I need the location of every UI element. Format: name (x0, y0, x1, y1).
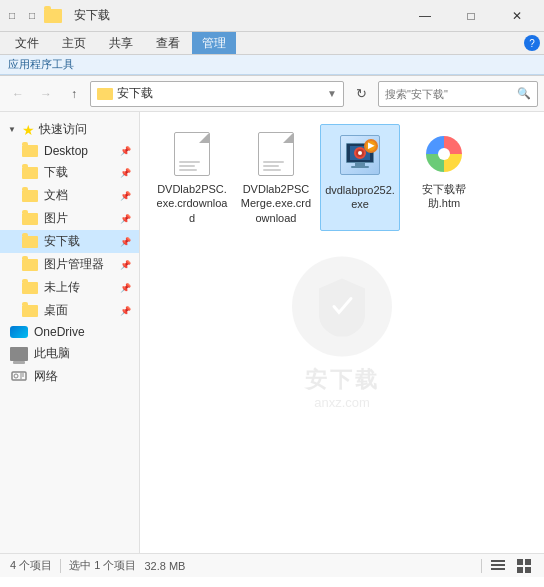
desktop-folder-icon (22, 145, 38, 157)
watermark: 安下载 anxz.com (292, 256, 392, 409)
sidebar-item-anxiazai[interactable]: 安下载 📌 (0, 230, 139, 253)
sidebar-anxiazai-label: 安下载 (44, 233, 114, 250)
tab-view[interactable]: 查看 (145, 32, 191, 54)
file-item-4[interactable]: 安下载帮助.htm (404, 124, 484, 231)
pictures-folder-icon (22, 213, 38, 225)
svg-point-1 (14, 374, 18, 378)
file-label-3: dvdlabpro252.exe (325, 183, 395, 212)
sidebar-item-picmanager[interactable]: 图片管理器 📌 (0, 253, 139, 276)
exe-icon-3: ▶ (338, 133, 382, 177)
picmanager-folder-icon (22, 259, 38, 271)
window-icon-2: □ (24, 8, 40, 24)
watermark-subtext: anxz.com (292, 394, 392, 409)
search-input[interactable] (385, 88, 513, 100)
file-label-1: DVDlab2PSC.exe.crdownload (156, 182, 228, 225)
status-bar-right (481, 556, 534, 576)
documents-folder-icon (22, 190, 38, 202)
title-bar: □ □ 安下载 — □ ✕ (0, 0, 544, 32)
file-item-3[interactable]: ▶ dvdlabpro252.exe (320, 124, 400, 231)
tab-manage[interactable]: 管理 (192, 32, 236, 54)
svg-rect-11 (525, 567, 531, 573)
pin-icon-desktop2: 📌 (120, 306, 131, 316)
status-size: 32.8 MB (144, 560, 185, 572)
close-button[interactable]: ✕ (494, 0, 540, 32)
search-bar[interactable]: 🔍 (378, 81, 538, 107)
uploads-folder-icon (22, 282, 38, 294)
doc-icon-2 (258, 132, 294, 176)
tab-file[interactable]: 文件 (4, 32, 50, 54)
files-grid: DVDlab2PSC.exe.crdownload DVDlab2PSCMerg… (152, 124, 532, 231)
quick-access-label: 快速访问 (39, 121, 87, 138)
status-bar: 4 个项目 选中 1 个项目 32.8 MB (0, 553, 544, 577)
file-icon-3: ▶ (336, 131, 384, 179)
back-button[interactable]: ← (6, 82, 30, 106)
file-item-1[interactable]: DVDlab2PSC.exe.crdownload (152, 124, 232, 231)
sidebar-quick-access-header[interactable]: ▼ ★ 快速访问 (0, 118, 139, 141)
status-selected: 选中 1 个项目 (69, 558, 136, 573)
sidebar-onedrive-label: OneDrive (34, 325, 131, 339)
sidebar-item-downloads[interactable]: 下载 📌 (0, 161, 139, 184)
address-dropdown-icon[interactable]: ▼ (327, 88, 337, 99)
sidebar-item-onedrive[interactable]: OneDrive (0, 322, 139, 342)
ribbon: 文件 主页 共享 查看 管理 ? 应用程序工具 (0, 32, 544, 76)
tab-share[interactable]: 共享 (98, 32, 144, 54)
file-label-4: 安下载帮助.htm (408, 182, 480, 211)
sidebar-item-desktop2[interactable]: 桌面 📌 (0, 299, 139, 322)
window-icon-1: □ (4, 8, 20, 24)
view-details-button[interactable] (488, 556, 508, 576)
title-bar-icons: □ □ (4, 8, 66, 24)
sidebar-item-network[interactable]: 网络 (0, 365, 139, 388)
pin-icon-uploads: 📌 (120, 283, 131, 293)
computer-icon (10, 347, 28, 361)
view-large-icons-button[interactable] (514, 556, 534, 576)
search-icon[interactable]: 🔍 (517, 87, 531, 100)
file-icon-1 (168, 130, 216, 178)
forward-button[interactable]: → (34, 82, 58, 106)
sidebar-desktop2-label: 桌面 (44, 302, 114, 319)
pin-icon-pictures: 📌 (120, 214, 131, 224)
help-button[interactable]: ? (524, 35, 540, 51)
sidebar-item-documents[interactable]: 文档 📌 (0, 184, 139, 207)
status-separator-2 (481, 559, 482, 573)
folder-icon-title (44, 9, 62, 23)
sidebar-desktop-label: Desktop (44, 144, 114, 158)
sidebar-downloads-label: 下载 (44, 164, 114, 181)
network-icon (10, 370, 28, 384)
pin-icon-picmanager: 📌 (120, 260, 131, 270)
quick-access-arrow: ▼ (8, 125, 18, 134)
file-item-2[interactable]: DVDlab2PSCMerge.exe.crdownload (236, 124, 316, 231)
address-bar[interactable]: 安下载 ▼ (90, 81, 344, 107)
sidebar-item-pictures[interactable]: 图片 📌 (0, 207, 139, 230)
onedrive-icon (10, 326, 28, 338)
svg-rect-6 (491, 564, 505, 566)
sidebar-uploads-label: 未上传 (44, 279, 114, 296)
tab-home[interactable]: 主页 (51, 32, 97, 54)
pin-icon-downloads: 📌 (120, 168, 131, 178)
sidebar-pictures-label: 图片 (44, 210, 114, 227)
status-count: 4 个项目 (10, 558, 52, 573)
refresh-button[interactable]: ↻ (348, 81, 374, 107)
svg-rect-7 (491, 568, 505, 570)
pin-icon-desktop: 📌 (120, 146, 131, 156)
up-button[interactable]: ↑ (62, 82, 86, 106)
desktop2-folder-icon (22, 305, 38, 317)
sidebar-computer-label: 此电脑 (34, 345, 131, 362)
file-label-2: DVDlab2PSCMerge.exe.crdownload (240, 182, 312, 225)
sidebar-item-desktop[interactable]: Desktop 📌 (0, 141, 139, 161)
minimize-button[interactable]: — (402, 0, 448, 32)
downloads-folder-icon (22, 167, 38, 179)
main-layout: ▼ ★ 快速访问 Desktop 📌 下载 📌 文档 📌 图片 📌 (0, 112, 544, 553)
address-text: 安下载 (117, 85, 323, 102)
file-area: 安下载 anxz.com DVDlab2PSC.exe.crdownlo (140, 112, 544, 553)
sidebar-network-label: 网络 (34, 368, 131, 385)
sidebar-item-uploads[interactable]: 未上传 📌 (0, 276, 139, 299)
sidebar: ▼ ★ 快速访问 Desktop 📌 下载 📌 文档 📌 图片 📌 (0, 112, 140, 553)
svg-rect-9 (525, 559, 531, 565)
status-separator-1 (60, 559, 61, 573)
file-icon-2 (252, 130, 300, 178)
watermark-text: 安下载 (292, 364, 392, 394)
sidebar-item-computer[interactable]: 此电脑 (0, 342, 139, 365)
maximize-button[interactable]: □ (448, 0, 494, 32)
file-icon-4 (420, 130, 468, 178)
quick-access-star-icon: ★ (22, 122, 35, 138)
